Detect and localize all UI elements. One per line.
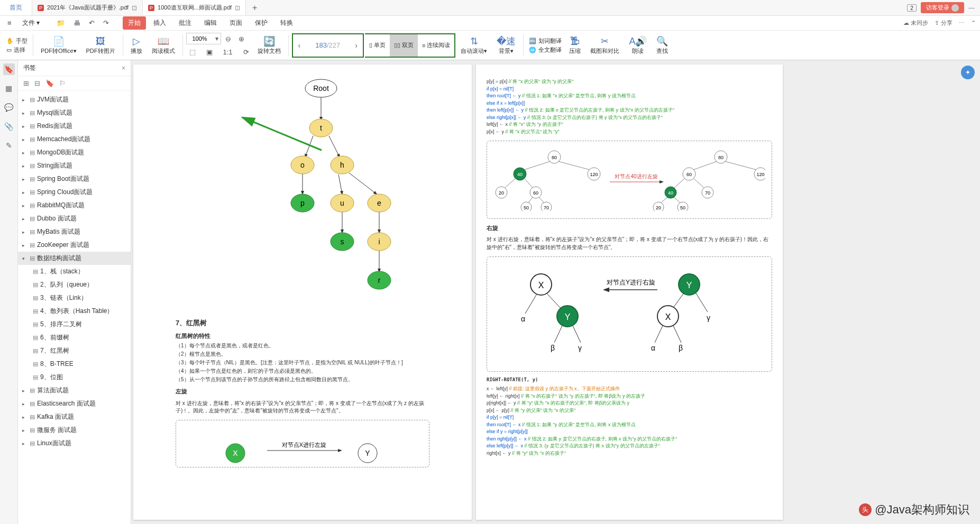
- chevron-up-icon[interactable]: ⌃: [971, 20, 976, 26]
- bookmark-item[interactable]: ▸▤Spring Boot面试题: [18, 172, 131, 186]
- screenshot-compare[interactable]: ✂截图和对比: [586, 34, 624, 56]
- bookmark-item[interactable]: ▸▤Kafka 面试题: [18, 410, 131, 424]
- expand-icon[interactable]: ⊞: [23, 79, 29, 87]
- auto-scroll[interactable]: ⇅自动滚动▾: [456, 34, 491, 56]
- bookmark-add-icon[interactable]: 🔖: [45, 79, 54, 87]
- bookmark-child[interactable]: ▤4、散列表（Hash Table）: [18, 305, 131, 318]
- edit-icon[interactable]: ✎: [3, 140, 15, 151]
- add-tab-button[interactable]: +: [246, 3, 263, 13]
- bookmark-child[interactable]: ▤7、红黑树: [18, 344, 131, 357]
- float-action-button[interactable]: ✦: [961, 66, 975, 79]
- svg-text:p: p: [300, 199, 305, 207]
- bookmark-item[interactable]: ▾▤数据结构面试题: [18, 252, 131, 265]
- svg-text:β: β: [551, 344, 555, 352]
- hand-tool[interactable]: ✋ 手型: [6, 37, 28, 45]
- bookmark-item[interactable]: ▸▤RabbitMQ面试题: [18, 199, 131, 212]
- select-tool[interactable]: ▭ 选择: [6, 46, 28, 54]
- menu-icon[interactable]: ≡: [4, 17, 15, 29]
- svg-text:X: X: [233, 449, 238, 457]
- bookmark-child[interactable]: ▤9、位图: [18, 371, 131, 384]
- rotate-doc[interactable]: 🔄旋转文档: [253, 34, 285, 56]
- bookmark-alt-icon[interactable]: ⚐: [59, 79, 66, 87]
- undo-icon[interactable]: ↷: [100, 17, 112, 29]
- bookmark-item[interactable]: ▸▤Elasticsearch 面试题: [18, 397, 131, 410]
- bookmark-child[interactable]: ▤2、队列（queue）: [18, 278, 131, 291]
- bookmark-item[interactable]: ▸▤算法面试题: [18, 384, 131, 397]
- continuous-mode[interactable]: ≡ 连续阅读: [418, 34, 454, 57]
- doc-tab-1[interactable]: P 2021年《Java面试题手册》.pdf ⊡: [32, 0, 143, 15]
- pdf-to-image[interactable]: 🖼PDF转图片: [82, 34, 120, 56]
- fit-width-icon[interactable]: ⬚: [186, 46, 199, 58]
- page-number[interactable]: 183/227: [305, 41, 351, 49]
- close-icon[interactable]: ⊡: [132, 4, 137, 12]
- single-page-mode[interactable]: ▯ 单页: [365, 34, 390, 57]
- read-aloud[interactable]: A🔊朗读: [625, 34, 651, 56]
- word-translate[interactable]: 🔤 划词翻译: [529, 37, 562, 45]
- zoom-input[interactable]: ▾: [186, 33, 221, 44]
- file-menu[interactable]: 文件 ▾: [17, 16, 45, 30]
- unsync-status[interactable]: ☁ 未同步: [903, 19, 928, 27]
- print-icon[interactable]: 🖶: [70, 17, 84, 29]
- full-translate[interactable]: 🌐 全文翻译: [529, 46, 562, 54]
- bookmark-item[interactable]: ▸▤MongoDB面试题: [18, 146, 131, 159]
- bookmark-child[interactable]: ▤6、前缀树: [18, 331, 131, 344]
- thumbnail-icon[interactable]: ▦: [3, 82, 15, 94]
- fit-page-icon[interactable]: ▣: [203, 46, 216, 58]
- bookmark-item[interactable]: ▸▤ZooKeeper 面试题: [18, 238, 131, 252]
- menu-annotate[interactable]: 批注: [173, 16, 197, 30]
- content-line: （3）每个叶子节点（NIL）是黑色。[注意：这里叶子节点，是指为空(NIL 或 …: [176, 359, 461, 366]
- open-icon[interactable]: 📁: [53, 17, 68, 29]
- read-mode[interactable]: 📖阅读模式: [148, 34, 179, 56]
- pdf-to-office[interactable]: 📄PDF转Office▾: [36, 34, 81, 56]
- play-button[interactable]: ▷播放: [126, 34, 146, 56]
- login-button[interactable]: 访客登录: [921, 2, 964, 13]
- attachment-icon[interactable]: 📎: [3, 121, 15, 132]
- right-rotate-diagram: X Y α β γ 对节点Y进行右旋 Y X γ α β: [487, 256, 772, 372]
- bookmark-item[interactable]: ▸▤Linux面试题: [18, 437, 131, 450]
- bookmark-item[interactable]: ▸▤Mysql面试题: [18, 106, 131, 119]
- chevron-down-icon[interactable]: ▾: [213, 35, 221, 42]
- bookmark-item[interactable]: ▸▤Dubbo 面试题: [18, 212, 131, 225]
- doc-tab-2[interactable]: P 1000道互联网...师面试题.pdf ⊡: [143, 0, 246, 15]
- menu-start[interactable]: 开始: [123, 16, 146, 30]
- prev-page-button[interactable]: ‹: [294, 41, 305, 50]
- menu-convert[interactable]: 转换: [275, 16, 298, 30]
- minimize-icon[interactable]: —: [968, 4, 975, 12]
- actual-size-icon[interactable]: 1:1: [220, 46, 236, 58]
- menu-page[interactable]: 页面: [224, 16, 248, 30]
- zoom-out-icon[interactable]: ⊖: [222, 33, 234, 45]
- bookmark-item[interactable]: ▸▤String面试题: [18, 159, 131, 172]
- more-icon[interactable]: ⋯: [959, 20, 965, 26]
- close-panel-icon[interactable]: ×: [122, 65, 125, 72]
- zoom-field[interactable]: [187, 35, 213, 42]
- bookmark-item[interactable]: ▸▤Redis面试题: [18, 119, 131, 133]
- collapse-icon[interactable]: ⊟: [34, 79, 40, 87]
- bookmark-item[interactable]: ▸▤Spring Cloud面试题: [18, 186, 131, 199]
- share-button[interactable]: ⇪ 分享: [935, 19, 952, 27]
- bookmark-item[interactable]: ▸▤微服务 面试题: [18, 424, 131, 437]
- menu-edit[interactable]: 编辑: [199, 16, 222, 30]
- bookmark-child[interactable]: ▤8、B-TREE: [18, 357, 131, 371]
- next-page-button[interactable]: ›: [351, 41, 362, 50]
- bookmark-item[interactable]: ▸▤MyBatis 面试题: [18, 225, 131, 238]
- find[interactable]: 🔍查找: [652, 34, 672, 56]
- background[interactable]: �速背景▾: [492, 34, 520, 56]
- bookmark-item[interactable]: ▸▤Memcached面试题: [18, 133, 131, 146]
- document-viewport[interactable]: Root t o h p u e s i r 7、红黑树 红黑树的特性 （1）每…: [131, 60, 980, 524]
- menu-insert[interactable]: 插入: [148, 16, 171, 30]
- compress[interactable]: 🗜压缩: [565, 34, 585, 56]
- bookmark-child[interactable]: ▤3、链表（Link）: [18, 291, 131, 305]
- refresh-icon[interactable]: ⟳: [240, 46, 252, 58]
- zoom-in-icon[interactable]: ⊕: [235, 33, 248, 45]
- reply-icon[interactable]: ↶: [86, 17, 98, 29]
- bookmark-item[interactable]: ▸▤JVM面试题: [18, 93, 131, 106]
- home-tab[interactable]: 首页: [0, 0, 32, 15]
- close-icon[interactable]: ⊡: [235, 4, 240, 12]
- bookmark-icon[interactable]: 🔖: [3, 63, 15, 75]
- bookmark-child[interactable]: ▤1、栈（stack）: [18, 265, 131, 278]
- menu-protect[interactable]: 保护: [250, 16, 273, 30]
- double-page-mode[interactable]: ▯▯ 双页: [390, 34, 418, 57]
- comment-icon[interactable]: 💬: [3, 102, 15, 113]
- notification-badge[interactable]: 2: [907, 4, 917, 12]
- bookmark-child[interactable]: ▤5、排序二叉树: [18, 318, 131, 331]
